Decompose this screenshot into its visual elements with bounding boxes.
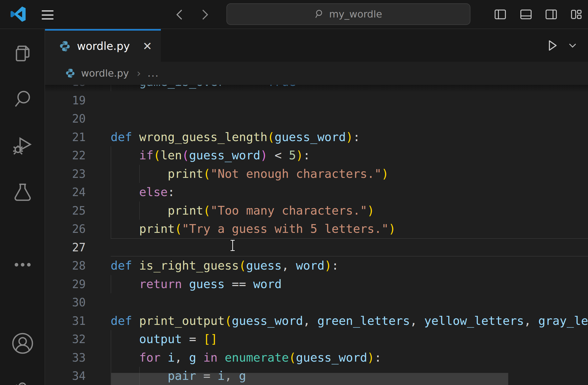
code-text[interactable]: game_is_over = True (111, 85, 588, 91)
breadcrumb-separator-icon: › (136, 67, 142, 79)
line-number[interactable]: 24 (45, 183, 111, 201)
tab-bar: wordle.py ✕ (45, 29, 588, 62)
indent-guide (111, 146, 111, 165)
python-file-icon (59, 40, 71, 52)
code-line-18[interactable]: 18 game_is_over = True (45, 85, 588, 91)
code-line-29[interactable]: 29 return guess == word (45, 275, 588, 294)
indent-guide (111, 349, 111, 367)
line-number[interactable]: 30 (45, 293, 111, 312)
line-number[interactable]: 23 (45, 165, 111, 183)
customize-layout-icon[interactable] (570, 8, 583, 21)
more-actions-ellipsis-icon[interactable] (0, 245, 45, 284)
line-number[interactable]: 20 (45, 109, 111, 128)
title-bar: my_wordle (0, 0, 588, 29)
code-text[interactable]: def is_right_guess(guess, word): (111, 256, 588, 275)
indent-guide (111, 275, 111, 294)
line-number[interactable]: 33 (45, 349, 111, 367)
code-line-20[interactable]: 20 (45, 109, 588, 128)
indent-guide (139, 201, 140, 220)
python-file-icon (65, 68, 75, 78)
code-line-30[interactable]: 30 (45, 293, 588, 312)
search-sidebar-icon[interactable] (0, 80, 45, 118)
indent-guide (111, 183, 111, 201)
breadcrumb-more[interactable]: ... (147, 68, 159, 79)
code-text[interactable]: print("Try a guess with 5 letters.") (111, 220, 588, 238)
line-number[interactable]: 18 (45, 85, 111, 91)
code-line-25[interactable]: 25 print("Too many characters.") (45, 201, 588, 220)
vscode-logo-icon[interactable] (10, 6, 26, 22)
code-line-26[interactable]: 26 print("Try a guess with 5 letters.") (45, 220, 588, 238)
account-icon[interactable] (0, 324, 45, 363)
line-number[interactable]: 26 (45, 220, 111, 238)
code-text[interactable]: else: (111, 183, 588, 201)
code-rows: 18 game_is_over = True192021def wrong_gu… (45, 85, 588, 385)
code-text[interactable]: if(len(guess_word) < 5): (111, 146, 588, 165)
explorer-icon[interactable] (0, 34, 45, 73)
indent-guide (139, 165, 140, 183)
code-line-24[interactable]: 24 else: (45, 183, 588, 201)
code-line-27[interactable]: 27 (45, 238, 588, 257)
command-center-value: my_wordle (329, 8, 382, 20)
breadcrumb: wordle.py › ... (45, 62, 588, 85)
code-text[interactable] (111, 293, 588, 312)
tab-wordle-py[interactable]: wordle.py ✕ (45, 29, 161, 62)
line-number[interactable]: 29 (45, 275, 111, 294)
line-number[interactable]: 28 (45, 256, 111, 275)
code-line-28[interactable]: 28def is_right_guess(guess, word): (45, 256, 588, 275)
code-text[interactable]: def wrong_guess_length(guess_word): (111, 128, 588, 146)
search-icon (315, 9, 325, 19)
navigate-forward-icon[interactable] (198, 8, 212, 22)
chevron-down-icon[interactable] (567, 40, 578, 51)
code-text[interactable] (111, 238, 588, 257)
line-number[interactable]: 22 (45, 146, 111, 165)
navigate-back-icon[interactable] (173, 8, 187, 22)
horizontal-scrollbar[interactable] (111, 373, 508, 385)
tab-close-icon[interactable]: ✕ (143, 40, 152, 53)
code-line-19[interactable]: 19 (45, 91, 588, 110)
code-text[interactable]: for i, g in enumerate(guess_word): (111, 349, 588, 367)
line-number[interactable]: 31 (45, 312, 111, 330)
line-number[interactable]: 32 (45, 330, 111, 349)
code-editor[interactable]: 18 game_is_over = True192021def wrong_gu… (45, 85, 588, 385)
vscode-window: { "title_bar": { "logo": "vscode-logo", … (0, 0, 588, 385)
toggle-panel-icon[interactable] (520, 8, 532, 21)
indent-guide (111, 330, 111, 349)
hamburger-menu-icon[interactable] (42, 10, 54, 20)
code-text[interactable] (111, 109, 588, 128)
tab-label: wordle.py (77, 40, 130, 52)
code-line-33[interactable]: 33 for i, g in enumerate(guess_word): (45, 349, 588, 367)
code-text[interactable]: def print_output(guess_word, green_lette… (111, 312, 588, 330)
toggle-secondary-sidebar-icon[interactable] (545, 8, 557, 21)
line-number[interactable]: 34 (45, 367, 111, 385)
command-center-search[interactable]: my_wordle (226, 3, 470, 25)
indent-guide (111, 85, 111, 91)
code-text[interactable]: output = [] (111, 330, 588, 349)
breadcrumb-file[interactable]: wordle.py (81, 68, 129, 79)
code-text[interactable]: print("Too many characters.") (111, 201, 588, 220)
indent-guide (111, 220, 111, 238)
code-line-32[interactable]: 32 output = [] (45, 330, 588, 349)
toggle-primary-sidebar-icon[interactable] (494, 8, 506, 21)
code-line-31[interactable]: 31def print_output(guess_word, green_let… (45, 312, 588, 330)
line-number[interactable]: 21 (45, 128, 111, 146)
testing-flask-icon[interactable] (0, 173, 45, 212)
line-number[interactable]: 27 (45, 238, 111, 257)
code-line-21[interactable]: 21def wrong_guess_length(guess_word): (45, 128, 588, 146)
indent-guide (111, 165, 111, 183)
activity-bar (0, 29, 45, 385)
code-text[interactable] (111, 91, 588, 110)
code-line-23[interactable]: 23 print("Not enough characters.") (45, 165, 588, 183)
line-number[interactable]: 25 (45, 201, 111, 220)
line-number[interactable]: 19 (45, 91, 111, 110)
editor-actions (545, 29, 588, 62)
code-line-22[interactable]: 22 if(len(guess_word) < 5): (45, 146, 588, 165)
code-text[interactable]: return guess == word (111, 275, 588, 294)
python-snake-icon[interactable] (0, 370, 45, 385)
run-and-debug-icon[interactable] (0, 126, 45, 165)
indent-guide (111, 201, 111, 220)
run-play-icon[interactable] (545, 39, 559, 52)
code-text[interactable]: print("Not enough characters.") (111, 165, 588, 183)
